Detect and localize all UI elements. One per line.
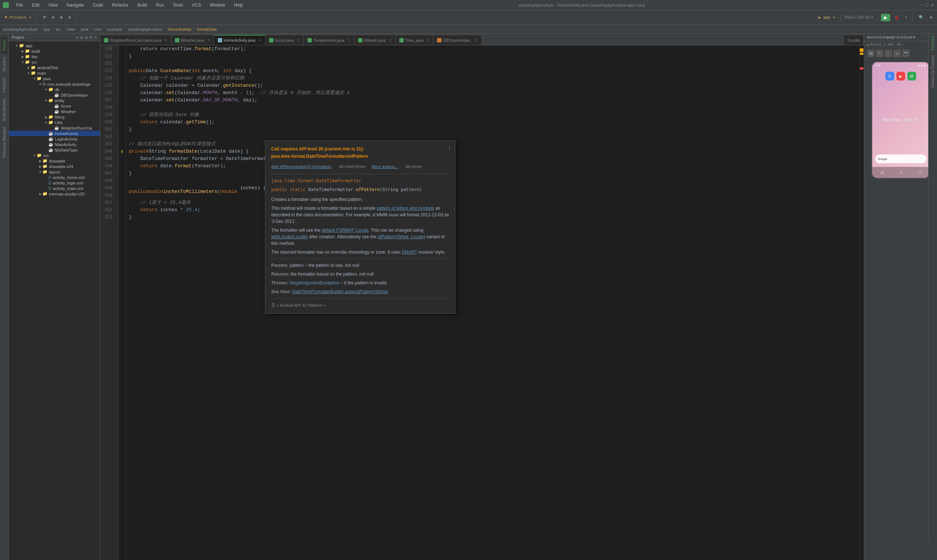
tree-item-drawable-v24[interactable]: ▶ 📁 drawable-v24	[9, 164, 100, 169]
tab-score[interactable]: Score.java ✕	[265, 35, 304, 45]
chrome-app-icon[interactable]: ▶	[896, 72, 905, 80]
bc-src[interactable]: src	[55, 27, 61, 31]
minimize-btn[interactable]: ─	[919, 2, 922, 8]
left-tab-favorites[interactable]: Favorites	[1, 75, 7, 95]
tree-item-score[interactable]: ☕ Score	[9, 103, 100, 109]
tab-temperature[interactable]: Temperature.java ✕	[304, 35, 354, 45]
search-everywhere[interactable]: 🔍	[917, 14, 926, 21]
tab-close-temperature[interactable]: ✕	[347, 38, 350, 42]
tab-gradle[interactable]: Gradle	[844, 35, 864, 45]
tree-item-activity-login[interactable]: ⟨⟩ activity_login.xml	[9, 180, 100, 186]
tab-time[interactable]: Time_java ✕	[395, 35, 433, 45]
phone-nav-home[interactable]: ○	[900, 170, 902, 175]
panel-sync-icon[interactable]: ⟳	[76, 35, 79, 40]
bc-homeactivity[interactable]: HomeActivity	[168, 27, 191, 31]
toolbar-run-config[interactable]: ▶ app ▾	[817, 14, 837, 21]
tree-item-db[interactable]: ▼ 📁 db	[9, 87, 100, 92]
toolbar-project-dropdown[interactable]: ▼ Project ▾	[3, 14, 33, 21]
google-app-icon[interactable]: G	[885, 72, 894, 80]
right-tab-device-file-explorer[interactable]: Device File Explorer	[929, 53, 936, 90]
emu-vol-down-btn[interactable]: −	[885, 50, 892, 57]
panel-close-icon[interactable]: ✕	[94, 35, 97, 40]
phone-nav-back[interactable]: ◁	[880, 170, 883, 175]
bc-project[interactable]: assistingAgriculture	[3, 27, 38, 31]
close-btn[interactable]: ✕	[931, 2, 934, 8]
toolbar-settings[interactable]: ⚙	[50, 14, 56, 21]
menu-window[interactable]: Window	[208, 2, 227, 8]
phone-nav-recents[interactable]: □	[919, 170, 921, 175]
tree-item-build[interactable]: ▶ 📁 build	[9, 48, 100, 54]
tree-item-app[interactable]: ▼ 📁 app	[9, 43, 100, 48]
bc-java[interactable]: java	[81, 27, 88, 31]
tab-weightedsumcalculator[interactable]: WeightedSumCalculator.java ✕	[100, 35, 171, 45]
panel-gear-icon[interactable]: ⚙	[89, 35, 92, 40]
emu-vol-up-btn[interactable]: +	[876, 50, 883, 57]
tree-item-minmap[interactable]: ▶ 📁 minmap-anydpi-v26	[9, 191, 100, 197]
menu-build[interactable]: Build	[136, 2, 149, 8]
tab-close-time[interactable]: ✕	[426, 38, 429, 42]
left-tab-project[interactable]: Project	[1, 37, 7, 54]
tree-item-main[interactable]: ▼ 📁 main	[9, 70, 100, 76]
maximize-btn[interactable]: □	[925, 2, 928, 8]
tooltip-action1[interactable]: Add @RequiresApi(O) Annotation	[271, 163, 332, 170]
menu-tools[interactable]: Tools	[171, 2, 185, 8]
settings-btn[interactable]: ⚙	[928, 14, 934, 21]
tab-homeactivity[interactable]: HomeActivity.java ✕	[214, 35, 265, 45]
emu-rotate-btn[interactable]: ↺	[894, 50, 901, 57]
tree-item-androidtest[interactable]: ▶ 📁 androidTest	[9, 65, 100, 70]
debug-button[interactable]: 🐞	[892, 14, 901, 21]
menu-code[interactable]: Code	[91, 2, 105, 8]
bc-com[interactable]: com	[94, 27, 102, 31]
profile-button[interactable]: ⚡	[903, 14, 909, 21]
left-tab-structure[interactable]: Structure	[1, 54, 7, 75]
phone-search-bar[interactable]: Google	[875, 154, 926, 163]
tree-item-package[interactable]: ▼ ⊟ com.example.assistinga	[9, 81, 100, 87]
emu-power-btn[interactable]: ⏻	[867, 50, 874, 57]
tree-item-libs[interactable]: ▶ 📁 libs	[9, 54, 100, 59]
tooltip-action2[interactable]: More actions...	[372, 163, 398, 170]
tree-item-utils[interactable]: ▼ 📁 Utils	[9, 120, 100, 125]
right-tab-emulator[interactable]: Emulator	[929, 34, 936, 53]
bc-example[interactable]: example	[107, 27, 122, 31]
tree-item-entity[interactable]: ▼ 📁 entity	[9, 98, 100, 103]
tree-item-layout[interactable]: ▼ 📁 layout	[9, 169, 100, 175]
menu-view[interactable]: View	[47, 2, 59, 8]
tab-dbopenhelper[interactable]: DBOpenHelper.. ✕	[433, 35, 482, 45]
tooltip-close-btn[interactable]: ⋮	[447, 144, 452, 151]
code-content[interactable]: return currentTime.format(formatter); } …	[126, 45, 864, 560]
left-tab-build-variants[interactable]: Build Variants	[1, 95, 7, 124]
tree-item-res[interactable]: ▼ 📁 res	[9, 152, 100, 158]
tree-item-java[interactable]: ▼ 📁 java	[9, 76, 100, 81]
left-tab-resource-manager[interactable]: Resource Manager	[1, 124, 7, 161]
tab-weather[interactable]: Weather.java ✕	[171, 35, 214, 45]
menu-refactor[interactable]: Refactor	[111, 2, 130, 8]
tree-item-loginactivity[interactable]: ☕ LoginActivity	[9, 136, 100, 142]
menu-help[interactable]: Help	[232, 2, 245, 8]
tree-item-activity-main[interactable]: ⟨⟩ activity_main.xml	[9, 186, 100, 191]
tree-item-src[interactable]: ▼ 📁 src	[9, 59, 100, 65]
menu-run[interactable]: Run	[154, 2, 165, 8]
tab-close-dbopenhelper[interactable]: ✕	[475, 38, 478, 42]
bc-formatdate[interactable]: formatDate	[197, 27, 217, 31]
tab-close-altitude[interactable]: ✕	[389, 38, 392, 42]
tree-item-weightedsumcal[interactable]: ☕ WeightedSumCal	[9, 125, 100, 131]
tree-item-fitting[interactable]: ▶ 📁 fitting	[9, 114, 100, 120]
tree-item-mydatatype[interactable]: ☕ MyDataType	[9, 147, 100, 152]
tab-close-weather[interactable]: ✕	[207, 38, 210, 42]
tree-item-drawable[interactable]: ▶ 📁 drawable	[9, 158, 100, 164]
bc-main[interactable]: main	[67, 27, 75, 31]
tree-item-homeactivity[interactable]: ☕ HomeActivity	[9, 131, 100, 136]
bc-app[interactable]: app	[43, 27, 50, 31]
tree-item-activity-home[interactable]: ⟨⟩ activity_home.xml	[9, 175, 100, 180]
tree-item-dbopenhelper[interactable]: ☕ DBOpenHelper	[9, 92, 100, 98]
toolbar-sync[interactable]: ⟳	[41, 14, 48, 21]
tree-item-mainactivity[interactable]: ☕ MainActivity	[9, 142, 100, 147]
tree-item-weather[interactable]: ☕ Weather	[9, 109, 100, 114]
run-button[interactable]: ▶	[881, 14, 890, 21]
panel-layout-icon[interactable]: ⊞	[85, 35, 88, 40]
bc-assistingag[interactable]: assistingagriculture	[128, 27, 162, 31]
tab-close-homeactivity[interactable]: ✕	[258, 38, 262, 43]
menu-navigate[interactable]: Navigate	[65, 2, 85, 8]
toolbar-search[interactable]: ⊡	[67, 14, 73, 21]
menu-file[interactable]: File	[15, 2, 25, 8]
